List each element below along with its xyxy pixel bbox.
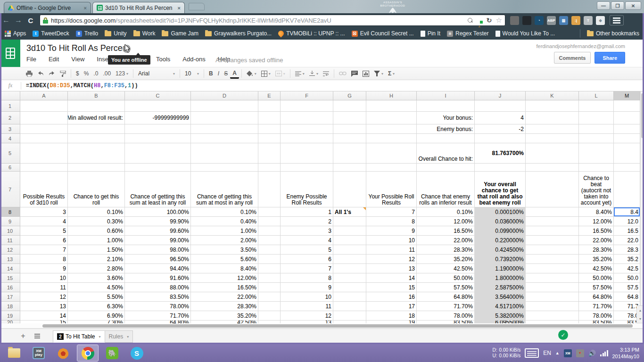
cell-G7[interactable] <box>333 172 366 207</box>
cell-J8[interactable]: 0.000100% <box>475 207 526 217</box>
cell-L10[interactable]: 16.50% <box>579 226 614 236</box>
undo-icon[interactable] <box>35 68 46 79</box>
cell-F12[interactable]: 5 <box>281 245 333 255</box>
cell-F3[interactable] <box>281 124 333 134</box>
number-formats-button[interactable]: 123▾ <box>113 68 131 79</box>
row-header-12[interactable]: 12 <box>0 245 20 255</box>
cell-C9[interactable]: 99.90% <box>125 217 191 226</box>
italic-button[interactable]: I <box>215 68 222 79</box>
cell-K12[interactable] <box>526 245 579 255</box>
cell-K15[interactable] <box>526 273 579 283</box>
menu-tools[interactable]: Tools <box>156 56 170 63</box>
cell-G9[interactable] <box>333 217 366 226</box>
row-header-9[interactable]: 9 <box>0 217 20 226</box>
cell-L13[interactable]: 35.20% <box>579 255 614 264</box>
cell-E11[interactable] <box>258 236 281 245</box>
cell-F19[interactable]: 12 <box>281 311 333 321</box>
cell-C10[interactable]: 99.60% <box>125 226 191 236</box>
taskbar-xnview[interactable] <box>53 345 74 361</box>
cell-D8[interactable]: 0.10% <box>191 207 258 217</box>
functions-button[interactable]: Σ▾ <box>386 68 397 79</box>
row-header-8[interactable]: 8 <box>0 207 20 217</box>
column-header-F[interactable]: F <box>281 91 333 100</box>
cell-D12[interactable]: 3.50% <box>191 245 258 255</box>
cell-M5[interactable] <box>614 143 640 164</box>
cell-B12[interactable]: 1.50% <box>68 245 125 255</box>
column-header-L[interactable]: L <box>579 91 614 100</box>
cell-K1[interactable] <box>526 100 579 112</box>
cell-L17[interactable]: 64.80% <box>579 292 614 302</box>
cell-M16[interactable]: 57.5 <box>614 283 640 292</box>
row-header-5[interactable]: 5 <box>0 143 20 164</box>
cell-C5[interactable] <box>125 143 191 164</box>
print-icon[interactable] <box>24 68 35 79</box>
cell-G4[interactable] <box>333 134 366 143</box>
cell-C7[interactable]: Chance of getting this sum at least in a… <box>125 172 191 207</box>
cell-I8[interactable]: 0.10% <box>417 207 475 217</box>
cell-B7[interactable]: Chance to get this roll <box>68 172 125 207</box>
cell-M2[interactable] <box>614 112 640 124</box>
cell-M14[interactable]: 42.5 <box>614 264 640 273</box>
redo-icon[interactable] <box>46 68 58 79</box>
menu-file[interactable]: File <box>26 56 36 63</box>
xmplay-tray-icon[interactable]: XM <box>564 349 572 357</box>
menu-view[interactable]: View <box>71 56 84 63</box>
cell-D17[interactable]: 22.00% <box>191 292 258 302</box>
cell-E9[interactable] <box>258 217 281 226</box>
row-header-2[interactable]: 2 <box>0 112 20 124</box>
cell-J7[interactable]: Your overall chance to get that roll and… <box>475 172 526 207</box>
cell-B11[interactable]: 1.00% <box>68 236 125 245</box>
row-header-14[interactable]: 14 <box>0 264 20 273</box>
language-indicator[interactable]: EN <box>543 350 551 356</box>
cell-G19[interactable] <box>333 311 366 321</box>
cell-K16[interactable] <box>526 283 579 292</box>
cell-J4[interactable] <box>475 134 526 143</box>
cell-K19[interactable] <box>526 311 579 321</box>
cell-H5[interactable] <box>366 143 417 164</box>
cell-J16[interactable]: 2.587500% <box>475 283 526 292</box>
cell-H3[interactable] <box>366 124 417 134</box>
cell-L16[interactable]: 57.50% <box>579 283 614 292</box>
bookmark-would-you-like-to[interactable]: Would You Like To ... <box>495 30 555 37</box>
cell-C11[interactable]: 99.00% <box>125 236 191 245</box>
cell-B13[interactable]: 2.10% <box>68 255 125 264</box>
cell-E12[interactable] <box>258 245 281 255</box>
row-header-11[interactable]: 11 <box>0 236 20 245</box>
panel-extension-icon[interactable]: ▥ <box>559 16 568 25</box>
row-header-17[interactable]: 17 <box>0 292 20 302</box>
cell-A18[interactable]: 13 <box>20 302 68 311</box>
cell-I13[interactable]: 35.20% <box>417 255 475 264</box>
cell-K18[interactable] <box>526 302 579 311</box>
cell-I17[interactable]: 64.80% <box>417 292 475 302</box>
cell-K4[interactable] <box>526 134 579 143</box>
cell-E15[interactable] <box>258 273 281 283</box>
cell-F11[interactable]: 4 <box>281 236 333 245</box>
cell-B15[interactable]: 3.60% <box>68 273 125 283</box>
cell-B5[interactable] <box>68 143 125 164</box>
cell-B19[interactable]: 6.90% <box>68 311 125 321</box>
cell-K13[interactable] <box>526 255 579 264</box>
cell-M15[interactable]: 50.0 <box>614 273 640 283</box>
cell-B17[interactable]: 5.50% <box>68 292 125 302</box>
cell-G6[interactable] <box>333 164 366 172</box>
cell-C12[interactable]: 98.00% <box>125 245 191 255</box>
cell-I10[interactable]: 16.50% <box>417 226 475 236</box>
cell-D14[interactable]: 8.40% <box>191 264 258 273</box>
cell-K8[interactable] <box>526 207 579 217</box>
cell-M13[interactable]: 35.2 <box>614 255 640 264</box>
cell-A16[interactable]: 11 <box>20 283 68 292</box>
column-header-E[interactable]: E <box>258 91 281 100</box>
sheet-tab-rules[interactable]: Rules ▾ <box>105 330 133 343</box>
bookmark-apps[interactable]: Apps <box>5 30 26 37</box>
row-header-13[interactable]: 13 <box>0 255 20 264</box>
decrease-decimals-button[interactable]: .0 <box>91 68 100 79</box>
row-header-3[interactable]: 3 <box>0 124 20 134</box>
new-tab-button[interactable] <box>189 3 205 10</box>
column-header-K[interactable]: K <box>526 91 579 100</box>
cell-I19[interactable]: 78.00% <box>417 311 475 321</box>
taskbar-skype[interactable]: S <box>126 345 147 361</box>
cell-B1[interactable] <box>68 100 125 112</box>
cell-I6[interactable] <box>417 164 475 172</box>
cell-A9[interactable]: 4 <box>20 217 68 226</box>
cell-A19[interactable]: 14 <box>20 311 68 321</box>
